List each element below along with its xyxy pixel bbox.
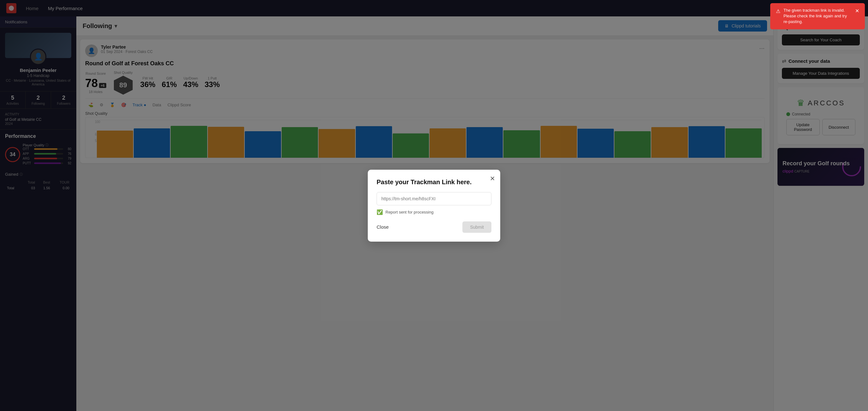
error-toast-close[interactable]: ✕ (855, 7, 859, 14)
modal-close-button[interactable]: Close (377, 224, 389, 230)
check-circle-icon: ✅ (377, 209, 383, 215)
error-toast: ⚠ The given trackman link is invalid. Pl… (770, 3, 865, 29)
modal-status: ✅ Report sent for processing (377, 209, 491, 215)
modal-status-text: Report sent for processing (385, 210, 433, 215)
modal-title: Paste your Trackman Link here. (377, 179, 491, 186)
modal-footer: Close Submit (377, 221, 491, 233)
modal-submit-button[interactable]: Submit (462, 221, 491, 233)
modal-overlay[interactable]: Paste your Trackman Link here. ✕ ✅ Repor… (0, 0, 868, 411)
trackman-modal: Paste your Trackman Link here. ✕ ✅ Repor… (368, 170, 500, 242)
error-toast-message: The given trackman link is invalid. Plea… (783, 7, 852, 25)
trackman-link-input[interactable] (377, 192, 491, 205)
warning-icon: ⚠ (776, 8, 780, 15)
modal-close-x[interactable]: ✕ (490, 175, 495, 182)
